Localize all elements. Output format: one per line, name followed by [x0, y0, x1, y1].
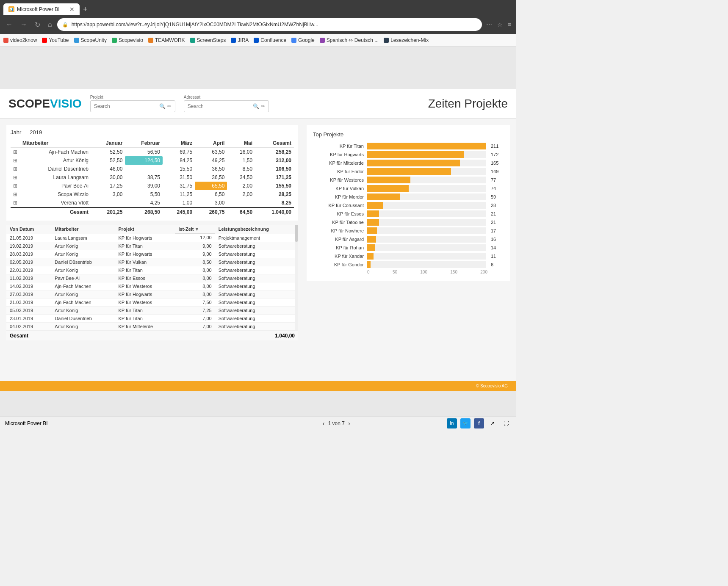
bookmark-teamwork[interactable]: TEAMWORK: [148, 37, 185, 43]
bookmark-youtube[interactable]: YouTube: [42, 37, 69, 43]
row-gesamt: 28,25: [255, 190, 294, 199]
row-jan: 17,25: [91, 182, 125, 190]
bookmark-scopevisio[interactable]: Scopevisio: [112, 37, 143, 43]
bar-value: 28: [491, 203, 504, 208]
prev-page-button[interactable]: ‹: [323, 420, 325, 427]
menu-button[interactable]: ≡: [506, 19, 513, 30]
bar-container: [367, 244, 486, 251]
bar-value: 17: [491, 228, 504, 233]
next-page-button[interactable]: ›: [348, 420, 350, 427]
adressat-search-icon[interactable]: 🔍: [253, 103, 259, 109]
bar-label: KP für Hogwarts: [313, 152, 364, 157]
projekt-input-wrapper[interactable]: 🔍 ✏: [90, 100, 175, 112]
detail-footer: Gesamt 1.040,00: [6, 331, 298, 340]
bar-value: 11: [491, 254, 504, 259]
summary-row: ⊞ Scopa Wizzio 3,00 5,50 11,25 6,50 2,00…: [11, 190, 294, 199]
axis-0: 0: [367, 270, 370, 274]
scroll-thumb[interactable]: [295, 225, 298, 242]
scroll-indicator[interactable]: [295, 225, 298, 331]
bookmark-icon-google: [291, 38, 296, 43]
bar-fill: [367, 244, 375, 251]
left-panel: Jahr 2019 Mitarbeiter Januar Februar Mär…: [6, 125, 298, 375]
bar-row: KP für Xandar 11: [313, 253, 504, 260]
row-feb: 38,75: [125, 173, 163, 182]
bar-label: KP für Nowhere: [313, 228, 364, 233]
bookmark-button[interactable]: ☆: [495, 19, 504, 30]
tab-close-button[interactable]: ✕: [69, 6, 75, 13]
adressat-input-wrapper[interactable]: 🔍 ✏: [184, 100, 269, 112]
facebook-button[interactable]: f: [474, 418, 484, 428]
bookmark-confluence[interactable]: Confluence: [254, 37, 286, 43]
gray-area: [0, 47, 516, 89]
adressat-filter-group: Adressat 🔍 ✏: [184, 95, 269, 112]
detail-scroll[interactable]: Von Datum Mitarbeiter Projekt Ist-Zeit ▼…: [6, 225, 298, 331]
bar-label: KP für Westeros: [313, 177, 364, 182]
row-mai: 2,00: [227, 190, 255, 199]
expand-btn[interactable]: ⊞: [11, 148, 20, 157]
bookmark-screensteps[interactable]: ScreenSteps: [190, 37, 226, 43]
bar-container: [367, 202, 486, 209]
bar-label: KP für Vulkan: [313, 186, 364, 191]
extensions-button[interactable]: ⋯: [484, 19, 494, 30]
bar-label: KP für Titan: [313, 144, 364, 149]
app-name-status: Microsoft Power BI: [5, 420, 48, 426]
bar-label: KP für Gondor: [313, 262, 364, 267]
back-button[interactable]: ←: [3, 19, 15, 30]
total-mai: 64,50: [227, 207, 255, 216]
browser-status-bar: Microsoft Power BI ‹ 1 von 7 › in 🐦 f ↗ …: [0, 416, 516, 430]
row-mai: 16,00: [227, 148, 255, 157]
linkedin-button[interactable]: in: [447, 418, 457, 428]
tab-favicon: 📊: [8, 6, 14, 12]
app-header: SCOPEVISIO Projekt 🔍 ✏ Adressat 🔍 ✏ Z: [0, 89, 516, 119]
tab-bar: 📊 Microsoft Power BI ✕ +: [0, 0, 516, 15]
total-mar: 245,00: [163, 207, 195, 216]
page-navigation: ‹ 1 von 7 ›: [226, 420, 447, 427]
expand-btn[interactable]: ⊞: [11, 156, 20, 165]
expand-btn[interactable]: ⊞: [11, 173, 20, 182]
row-jan: 3,00: [91, 190, 125, 199]
bookmark-lesezeichen[interactable]: Lesezeichen-Mix: [384, 37, 429, 43]
fullscreen-button[interactable]: ⛶: [501, 418, 511, 428]
row-mai: 8,50: [227, 165, 255, 173]
bar-fill: [367, 151, 464, 158]
url-bar[interactable]: 🔒 https://app.powerbi.com/view?r=eyJrIjo…: [57, 18, 482, 31]
refresh-button[interactable]: ↻: [32, 19, 43, 30]
bar-fill: [367, 227, 377, 234]
bookmark-google[interactable]: Google: [291, 37, 315, 43]
projekt-search-input[interactable]: [94, 103, 158, 109]
twitter-button[interactable]: 🐦: [460, 418, 471, 428]
expand-btn[interactable]: ⊞: [11, 199, 20, 207]
new-tab-button[interactable]: +: [80, 3, 91, 16]
home-button[interactable]: ⌂: [45, 19, 55, 30]
axis-200: 200: [480, 270, 487, 274]
bar-fill: [367, 219, 379, 226]
adressat-pencil-icon[interactable]: ✏: [261, 103, 265, 109]
bar-value: 211: [491, 144, 504, 149]
row-gesamt: 155,50: [255, 182, 294, 190]
expand-btn[interactable]: ⊞: [11, 165, 20, 173]
bar-label: KP für Essos: [313, 211, 364, 216]
bookmark-translate[interactable]: Spanisch ⇔ Deutsch ...: [320, 37, 379, 43]
bar-container: [367, 151, 486, 158]
nav-bar: ← → ↻ ⌂ 🔒 https://app.powerbi.com/view?r…: [0, 15, 516, 34]
projekt-pencil-icon[interactable]: ✏: [167, 103, 172, 109]
detail-row: 19.02.2019 Artur König KP für Titan 9,00…: [6, 242, 298, 250]
browser-chrome: 📊 Microsoft Power BI ✕ + ← → ↻ ⌂ 🔒 https…: [0, 0, 516, 47]
chart-section: Top Projekte KP für Titan 211 KP für Hog…: [307, 125, 510, 281]
bookmark-scopeunity[interactable]: ScopeUnity: [74, 37, 107, 43]
bar-fill: [367, 210, 379, 217]
total-apr: 260,75: [195, 207, 227, 216]
detail-row: 28.03.2019 Artur König KP für Hogwarts 9…: [6, 250, 298, 258]
expand-btn[interactable]: ⊞: [11, 190, 20, 199]
summary-row: ⊞ Verena Vlott 4,25 1,00 3,00 8,25: [11, 199, 294, 207]
bar-container: [367, 253, 486, 260]
adressat-search-input[interactable]: [188, 103, 251, 109]
forward-button[interactable]: →: [18, 19, 30, 30]
bookmark-jira[interactable]: JIRA: [231, 37, 249, 43]
bookmark-video2know[interactable]: video2know: [3, 37, 37, 43]
bar-row: KP für Essos 21: [313, 210, 504, 217]
projekt-search-icon[interactable]: 🔍: [159, 103, 166, 109]
share-button[interactable]: ↗: [487, 418, 498, 428]
expand-btn[interactable]: ⊞: [11, 182, 20, 190]
active-tab[interactable]: 📊 Microsoft Power BI ✕: [3, 3, 80, 15]
